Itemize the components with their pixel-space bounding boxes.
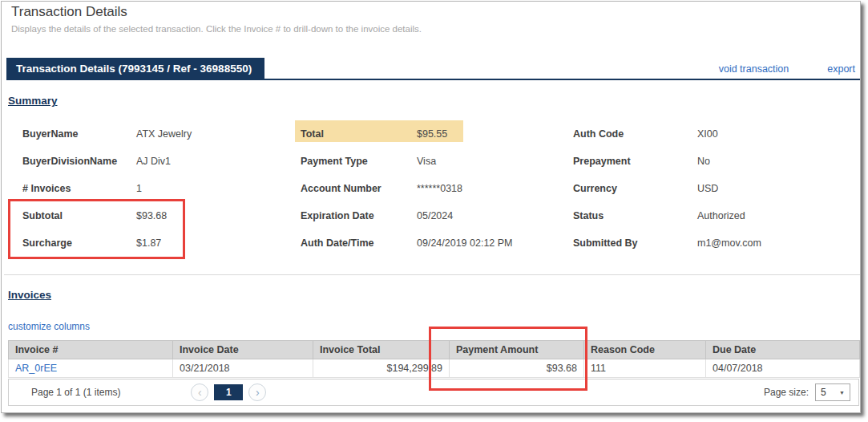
summary-label: Total	[301, 128, 417, 140]
summary-value: ******0318	[417, 183, 573, 194]
reason-code-cell: 111	[584, 359, 706, 378]
col-header-invoice-number[interactable]: Invoice #	[9, 341, 173, 359]
summary-label: BuyerDivisionName	[22, 156, 136, 167]
panel-header-tab: Transaction Details (7993145 / Ref - 369…	[6, 58, 264, 80]
summary-label: Currency	[573, 183, 697, 194]
summary-value: Visa	[417, 156, 573, 167]
summary-value: ATX Jewelry	[136, 128, 301, 140]
next-page-button[interactable]: ›	[248, 383, 266, 401]
summary-value: Authorized	[697, 210, 850, 221]
summary-value: $95.55	[417, 128, 573, 140]
prev-page-button[interactable]: ‹	[191, 383, 208, 401]
summary-label: Auth Date/Time	[301, 237, 417, 249]
col-header-due-date[interactable]: Due Date	[706, 341, 860, 359]
callout-subtotal-surcharge	[8, 199, 185, 259]
page-title: Transaction Details	[11, 4, 127, 20]
invoice-date-cell: 03/21/2018	[173, 359, 313, 378]
summary-label: # Invoices	[22, 183, 136, 194]
summary-label: Submitted By	[573, 237, 697, 249]
customize-columns-link[interactable]: customize columns	[8, 321, 90, 332]
summary-heading: Summary	[8, 95, 58, 107]
summary-value: XI00	[697, 128, 850, 140]
callout-payment-amount	[429, 327, 587, 391]
summary-label: Account Number	[301, 183, 417, 194]
summary-value: m1@mov.com	[697, 237, 850, 249]
app-window: Transaction Details Displays the details…	[1, 1, 861, 413]
summary-label: Prepayment	[573, 156, 697, 167]
page-size-value: 5	[821, 387, 826, 398]
invoices-heading: Invoices	[8, 289, 51, 301]
panel-header-bar: Transaction Details (7993145 / Ref - 369…	[6, 58, 860, 80]
summary-label: Status	[573, 210, 697, 221]
page-size-select[interactable]: 5 ▼	[815, 383, 850, 401]
due-date-cell: 04/07/2018	[706, 359, 860, 378]
section-divider	[4, 274, 860, 275]
current-page-button[interactable]: 1	[214, 384, 243, 400]
col-header-reason-code[interactable]: Reason Code	[584, 341, 706, 359]
summary-value: 05/2024	[417, 210, 573, 221]
col-header-invoice-date[interactable]: Invoice Date	[173, 341, 313, 359]
screenshot-root: Transaction Details Displays the details…	[0, 0, 868, 422]
summary-value: USD	[697, 183, 850, 194]
export-link[interactable]: export	[827, 63, 855, 75]
page-size-label: Page size:	[764, 387, 809, 398]
chevron-down-icon: ▼	[839, 390, 845, 396]
summary-label: BuyerName	[22, 128, 136, 140]
summary-value: 1	[136, 183, 301, 194]
chevron-right-icon: ›	[256, 387, 260, 398]
chevron-left-icon: ‹	[198, 387, 202, 398]
summary-value: 09/24/2019 02:12 PM	[417, 237, 573, 249]
summary-value: AJ Div1	[136, 156, 301, 167]
summary-label: Auth Code	[573, 128, 697, 140]
void-transaction-link[interactable]: void transaction	[719, 63, 789, 75]
page-subtitle: Displays the details of the selected tra…	[11, 24, 422, 34]
summary-label: Expiration Date	[301, 210, 417, 221]
summary-label: Payment Type	[301, 156, 417, 167]
invoice-number-link[interactable]: AR_0rEE	[15, 363, 57, 374]
pager-status: Page 1 of 1 (1 items)	[31, 387, 120, 398]
summary-value: No	[697, 156, 850, 167]
